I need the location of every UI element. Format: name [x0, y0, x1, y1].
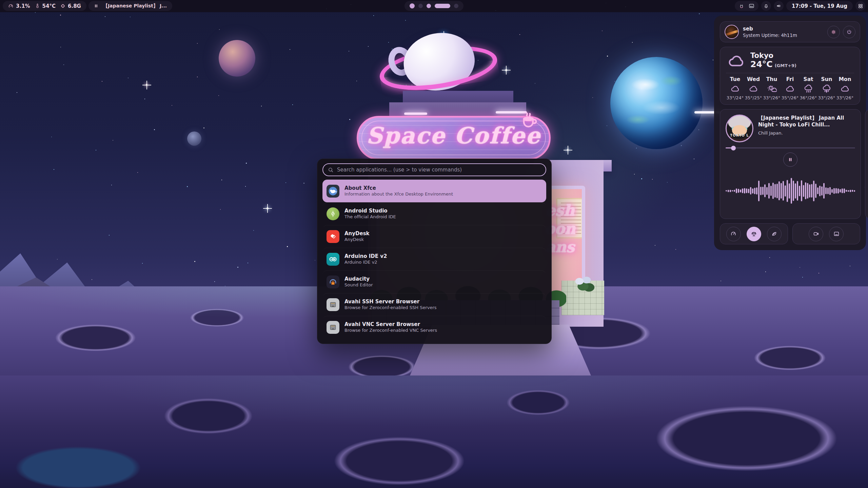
workspace-current[interactable]: [435, 4, 450, 8]
weather-card: Tokyo 24°C (GMT+9) Tue Wed Thu Fri Sat S…: [720, 47, 860, 105]
media-player-card: TOKYO L 【Japanese Playlist】 Japan All Ni…: [720, 109, 861, 219]
app-launcher: About XfceInformation about the Xfce Des…: [317, 159, 552, 344]
result-subtitle: Arduino IDE v2: [344, 260, 387, 265]
storm-icon: [817, 83, 836, 94]
avatar: [725, 25, 739, 39]
top-bar: 3.1% 54°C 6.8G 【Japanese Playlist】 J...: [0, 0, 868, 12]
result-subtitle: The official Android IDE: [344, 214, 396, 220]
pause-icon: [788, 157, 793, 162]
cloud-icon: [726, 83, 744, 94]
thermometer-icon: [35, 3, 40, 8]
crater-foreground: [0, 375, 868, 488]
desktop: esh oon ans Space Coffee: [0, 0, 868, 488]
star-sparkle: [267, 207, 269, 209]
search-icon: [328, 167, 334, 173]
forecast-day: Mon: [836, 76, 854, 82]
play-pause-button[interactable]: [783, 152, 797, 167]
rain-icon: [799, 83, 817, 94]
network-port-app-icon: [327, 321, 339, 334]
star-sparkle: [442, 34, 445, 37]
leaf-icon: [771, 231, 777, 237]
audacity-app-icon: [327, 276, 339, 288]
speaker-icon: [776, 3, 781, 8]
result-subtitle: AnyDesk: [344, 237, 370, 243]
search-bar[interactable]: [322, 163, 546, 176]
forecast-temps: 33°/26°: [836, 95, 854, 100]
speedometer-icon: [730, 231, 736, 237]
seek-bar[interactable]: [726, 147, 855, 148]
result-row-arduino[interactable]: Arduino IDE v2Arduino IDE v2: [322, 248, 546, 270]
notifications-button[interactable]: [761, 1, 771, 11]
earth-icon: [610, 57, 703, 149]
planet-icon: [219, 40, 255, 77]
sun-cloud-icon: [763, 83, 781, 94]
control-panel: seb System Uptime: 4h11m Tokyo 24°C (GMT…: [714, 16, 866, 250]
screen-record-button[interactable]: [809, 227, 823, 241]
result-row-android-studio[interactable]: Android StudioThe official Android IDE: [322, 202, 546, 225]
album-art: TOKYO L: [726, 115, 753, 142]
power-icon: [846, 29, 852, 35]
clock-pill[interactable]: 17:09 - Tue, 19 Aug: [786, 1, 853, 11]
track-title: 【Japanese Playlist】 Japan All Night - To…: [758, 115, 855, 128]
temp-value: 54°C: [42, 3, 56, 9]
balanced-mode-button[interactable]: [747, 227, 761, 241]
tray-pill[interactable]: [735, 1, 758, 11]
power-button[interactable]: [843, 26, 855, 38]
result-row-avahi-vnc[interactable]: Avahi VNC Server BrowserBrowse for Zeroc…: [322, 316, 546, 339]
arduino-app-icon: [327, 253, 339, 266]
workspace-indicator[interactable]: [405, 1, 463, 11]
clock-label: 17:09 - Tue, 19 Aug: [792, 3, 847, 9]
workspace-dot-5[interactable]: [454, 4, 458, 8]
now-playing-pill[interactable]: 【Japanese Playlist】 J...: [88, 1, 172, 11]
result-subtitle: Browse for Zeroconf-enabled VNC Servers: [344, 328, 437, 333]
result-title: AnyDesk: [344, 230, 370, 237]
screenshot-button[interactable]: [829, 227, 844, 241]
result-title: Avahi VNC Server Browser: [344, 321, 437, 328]
username: seb: [743, 26, 797, 32]
forecast-day: Sun: [817, 76, 836, 82]
result-title: About Xfce: [344, 185, 453, 191]
moon-icon: [187, 131, 201, 146]
video-camera-icon: [813, 231, 819, 237]
result-row-about-xfce[interactable]: About XfceInformation about the Xfce Des…: [322, 180, 546, 202]
result-title: Avahi SSH Server Browser: [344, 299, 437, 305]
weather-timezone: (GMT+9): [775, 63, 796, 68]
result-row-anydesk[interactable]: AnyDeskAnyDesk: [322, 225, 546, 248]
forecast-day: Sat: [799, 76, 817, 82]
cat-icon[interactable]: [739, 3, 744, 9]
result-row-avahi-ssh[interactable]: Avahi SSH Server BrowserBrowse for Zeroc…: [322, 293, 546, 316]
forecast-day: Tue: [726, 76, 744, 82]
power-saver-mode-button[interactable]: [767, 227, 782, 241]
seek-handle[interactable]: [731, 146, 736, 150]
result-subtitle: Information about the Xfce Desktop Envir…: [344, 191, 453, 197]
capture-card: [792, 223, 861, 244]
scales-icon: [751, 231, 757, 237]
temp-stat: 54°C: [35, 3, 56, 9]
anydesk-app-icon: [327, 230, 339, 243]
cloud-icon: [836, 83, 854, 94]
cloud-icon: [744, 83, 763, 94]
workspace-dot-2[interactable]: [418, 4, 423, 8]
cpu-usage-value: 3.1%: [16, 3, 30, 9]
forecast-day: Thu: [763, 76, 781, 82]
forecast-day: Fri: [781, 76, 799, 82]
album-art-text: TOKYO L: [727, 134, 752, 137]
cloud-icon: [781, 83, 799, 94]
workspace-dot-3[interactable]: [427, 4, 431, 8]
user-card: seb System Uptime: 4h11m: [720, 21, 860, 42]
gear-icon: [831, 29, 836, 35]
performance-mode-button[interactable]: [726, 227, 741, 241]
forecast-temps: 35°/25°: [744, 95, 763, 100]
search-results: About XfceInformation about the Xfce Des…: [322, 180, 546, 339]
settings-button[interactable]: [827, 26, 840, 38]
star-sparkle: [146, 84, 147, 86]
result-row-audacity[interactable]: AudacitySound Editor: [322, 270, 546, 293]
app-grid-button[interactable]: [855, 1, 865, 11]
cloud-icon: [726, 53, 746, 68]
chip-icon: [60, 3, 65, 8]
wallpaper-icon[interactable]: [749, 3, 754, 9]
volume-button[interactable]: [774, 1, 784, 11]
power-profile-card: [720, 223, 788, 244]
search-input[interactable]: [337, 167, 541, 173]
workspace-dot-1[interactable]: [410, 3, 415, 8]
